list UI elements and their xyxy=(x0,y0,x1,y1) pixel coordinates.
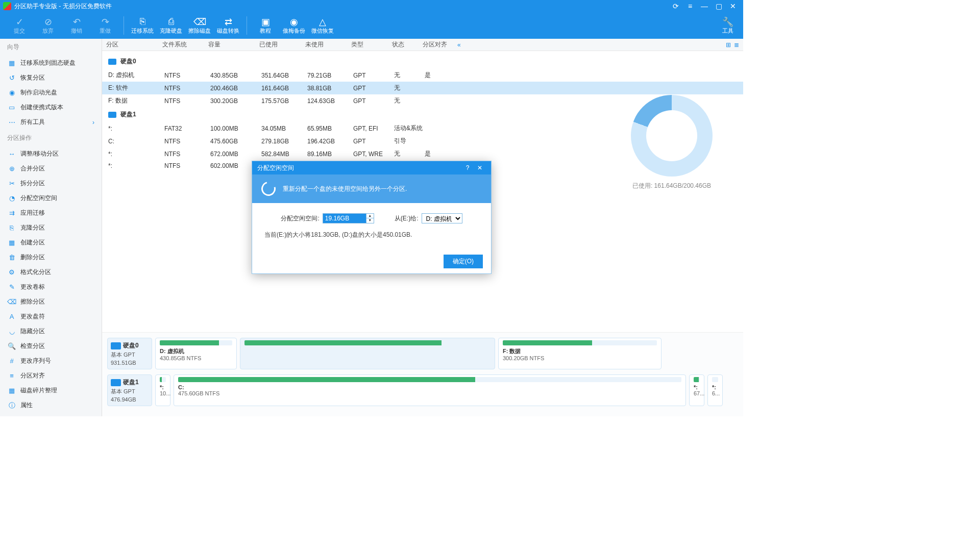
ops-item[interactable]: #更改序列号 xyxy=(0,354,102,368)
disk-icon xyxy=(108,59,116,65)
alloc-size-input[interactable] xyxy=(323,213,366,223)
partition-block[interactable]: *:10... xyxy=(155,374,170,406)
ops-item[interactable]: ▦创建分区 xyxy=(0,235,102,250)
ops-item[interactable]: ⚙格式化分区 xyxy=(0,265,102,280)
sidebar-icon: A xyxy=(7,313,16,321)
window-title: 分区助手专业版 - 无损分区免费软件 xyxy=(14,2,669,11)
wizard-item[interactable]: ◉制作启动光盘 xyxy=(0,85,102,100)
ops-item[interactable]: ≡分区对齐 xyxy=(0,368,102,383)
sidebar-icon: ⇉ xyxy=(7,209,16,217)
ops-item[interactable]: ⎘克隆分区 xyxy=(0,220,102,235)
backup-button[interactable]: ◉傲梅备份 xyxy=(280,13,308,38)
wizard-item[interactable]: ↺恢复分区 xyxy=(0,70,102,85)
ops-item[interactable]: ⓘ属性 xyxy=(0,398,102,413)
sidebar-icon: ⓘ xyxy=(7,402,16,410)
ops-item[interactable]: ⌫擦除分区 xyxy=(0,294,102,309)
disk-cards: 硬盘0基本 GPT931.51GBD: 虚拟机430.85GB NTFSF: 数… xyxy=(102,332,743,416)
sidebar-icon: 🗑 xyxy=(7,254,16,262)
target-partition-select[interactable]: D: 虚拟机 xyxy=(422,213,462,223)
grid-view-icon[interactable]: ⊞ xyxy=(726,41,731,48)
ops-item[interactable]: ✎更改卷标 xyxy=(0,280,102,294)
disk-header[interactable]: 硬盘0 xyxy=(102,54,743,69)
sidebar-icon: ⋯ xyxy=(7,118,16,127)
sidebar-icon: ▦ xyxy=(7,239,16,247)
sidebar-icon: ⚙ xyxy=(7,268,16,277)
from-to-label: 从(E:)给: xyxy=(395,214,419,223)
pie-icon xyxy=(259,179,278,198)
discard-button[interactable]: ⊘放弃 xyxy=(34,13,62,38)
sidebar-icon: ◉ xyxy=(7,89,16,97)
menu-icon[interactable]: ≡ xyxy=(683,0,697,12)
ops-item[interactable]: ✂拆分分区 xyxy=(0,176,102,191)
ops-item[interactable]: ▦磁盘碎片整理 xyxy=(0,383,102,398)
ops-item[interactable]: ◔分配空闲空间 xyxy=(0,191,102,206)
disk-icon xyxy=(108,112,116,118)
sidebar-icon: ▭ xyxy=(7,104,16,112)
dialog-banner: 重新分配一个盘的未使用空间给另外一个分区. xyxy=(252,174,491,203)
dialog-info-text: 当前(E:)的大小将181.30GB, (D:)盘的大小是450.01GB. xyxy=(264,231,479,239)
ok-button[interactable]: 确定(O) xyxy=(444,255,483,268)
undo-button[interactable]: ↶撤销 xyxy=(62,13,91,38)
commit-button[interactable]: ✓提交 xyxy=(5,13,34,38)
wizard-item[interactable]: ▦迁移系统到固态硬盘 xyxy=(0,56,102,70)
partition-block[interactable]: *:6... xyxy=(707,374,723,406)
close-button[interactable]: ✕ xyxy=(726,0,740,12)
disk-icon xyxy=(111,379,121,386)
sidebar-icon: # xyxy=(7,357,16,365)
sidebar-icon: ◡ xyxy=(7,328,16,336)
ops-item[interactable]: ⊕合并分区 xyxy=(0,161,102,176)
sidebar-icon: ✎ xyxy=(7,283,16,291)
wizard-item[interactable]: ▭创建便携式版本 xyxy=(0,100,102,115)
partition-row[interactable]: D: 虚拟机NTFS430.85GB351.64GB79.21GBGPT无是 xyxy=(102,69,743,82)
partition-table-header: 分区 文件系统 容量 已使用 未使用 类型 状态 分区对齐 « ⊞ ≣ xyxy=(102,39,743,51)
migrate-os-button[interactable]: ⎘迁移系统 xyxy=(128,13,157,38)
disk-card: 硬盘1基本 GPT476.94GB*:10...C:475.60GB NTFS*… xyxy=(107,374,738,406)
list-view-icon[interactable]: ≣ xyxy=(734,41,739,48)
partition-block[interactable]: C:475.60GB NTFS xyxy=(174,374,686,406)
wizard-item[interactable]: ⋯所有工具 xyxy=(0,115,102,130)
sidebar-icon: 🔍 xyxy=(7,342,16,350)
wipe-disk-button[interactable]: ⌫擦除磁盘 xyxy=(185,13,214,38)
wizard-group-title: 向导 xyxy=(0,39,102,56)
minimize-button[interactable]: — xyxy=(697,0,712,12)
dialog-titlebar[interactable]: 分配空闲空间 ? ✕ xyxy=(252,161,491,174)
clone-disk-button[interactable]: ⎙克隆硬盘 xyxy=(157,13,185,38)
convert-disk-button[interactable]: ⇄磁盘转换 xyxy=(214,13,242,38)
usage-donut: 已使用: 161.64GB/200.46GB xyxy=(616,95,728,190)
partition-block[interactable]: *:67... xyxy=(689,374,704,406)
partition-row[interactable]: E: 软件NTFS200.46GB161.64GB38.81GBGPT无 xyxy=(102,82,743,94)
alloc-spinner[interactable]: ▲▼ xyxy=(366,213,374,223)
dialog-close-icon[interactable]: ✕ xyxy=(474,164,486,171)
sidebar-icon: ▦ xyxy=(7,59,16,67)
allocate-free-space-dialog: 分配空闲空间 ? ✕ 重新分配一个盘的未使用空间给另外一个分区. 分配空闲空间:… xyxy=(252,161,492,274)
disk-card-info[interactable]: 硬盘0基本 GPT931.51GB xyxy=(107,338,152,369)
sidebar-icon: ◔ xyxy=(7,194,16,203)
sidebar-icon: ⎘ xyxy=(7,224,16,232)
sidebar-icon: ⌫ xyxy=(7,298,16,306)
tools-button[interactable]: 🔧工具 xyxy=(718,13,738,38)
ops-group-title: 分区操作 xyxy=(0,130,102,146)
tutorial-button[interactable]: ▣教程 xyxy=(251,13,280,38)
disk-card-info[interactable]: 硬盘1基本 GPT476.94GB xyxy=(107,374,152,406)
ops-item[interactable]: ↔调整/移动分区 xyxy=(0,146,102,161)
ops-item[interactable]: A更改盘符 xyxy=(0,309,102,324)
wechat-recover-button[interactable]: △微信恢复 xyxy=(308,13,337,38)
dialog-help-icon[interactable]: ? xyxy=(461,164,474,171)
partition-block[interactable] xyxy=(240,338,495,369)
sidebar-icon: ↔ xyxy=(7,150,16,158)
maximize-button[interactable]: ▢ xyxy=(712,0,726,12)
partition-block[interactable]: D: 虚拟机430.85GB NTFS xyxy=(155,338,237,369)
collapse-columns-icon[interactable]: « xyxy=(457,41,461,48)
sidebar-icon: ↺ xyxy=(7,74,16,82)
ops-item[interactable]: ⇉应用迁移 xyxy=(0,206,102,220)
sidebar-icon: ✂ xyxy=(7,180,16,188)
ops-item[interactable]: ◡隐藏分区 xyxy=(0,324,102,339)
ops-item[interactable]: 🔍检查分区 xyxy=(0,339,102,354)
app-logo-icon xyxy=(3,2,11,10)
title-bar: 分区助手专业版 - 无损分区免费软件 ⟳ ≡ — ▢ ✕ xyxy=(0,0,743,12)
partition-block[interactable]: F: 数据300.20GB NTFS xyxy=(498,338,662,369)
redo-button[interactable]: ↷重做 xyxy=(91,13,119,38)
refresh-icon[interactable]: ⟳ xyxy=(669,0,683,12)
sidebar-icon: ⊕ xyxy=(7,165,16,173)
ops-item[interactable]: 🗑删除分区 xyxy=(0,250,102,265)
